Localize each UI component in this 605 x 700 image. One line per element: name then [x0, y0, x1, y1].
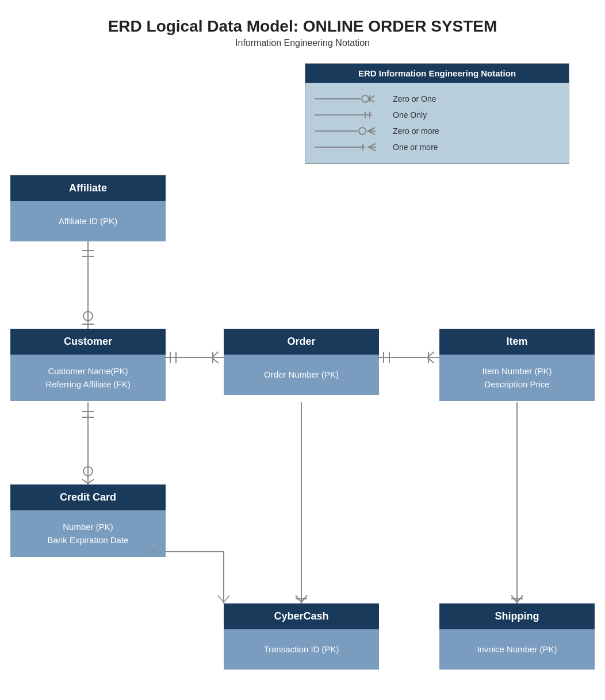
svg-point-21: [83, 311, 93, 321]
svg-line-39: [82, 479, 88, 483]
legend-line-zero-or-one: [315, 93, 384, 105]
legend-row-zero-or-one: Zero or One: [315, 93, 560, 105]
svg-line-42: [296, 595, 301, 602]
entity-shipping-header: Shipping: [439, 603, 595, 629]
entity-customer-header: Customer: [10, 329, 166, 355]
legend-line-zero-or-more: [315, 125, 384, 137]
entity-cybercash-body: Transaction ID (PK): [224, 629, 379, 670]
svg-point-38: [83, 467, 93, 476]
svg-line-32: [427, 352, 434, 357]
svg-line-3: [370, 95, 374, 99]
entity-item: Item Item Number (PK) Description Price: [439, 329, 595, 401]
entity-item-body: Item Number (PK) Description Price: [439, 355, 595, 401]
legend-line-one-or-more: [315, 141, 384, 153]
entity-credit-card-body: Number (PK) Bank Expiration Date: [10, 510, 166, 557]
svg-line-51: [218, 595, 224, 602]
legend-label-one-only: One Only: [393, 110, 427, 120]
legend-box: ERD Information Engineering Notation Zer…: [305, 63, 569, 164]
entity-shipping-body: Invoice Number (PK): [439, 629, 595, 670]
svg-line-52: [224, 595, 229, 602]
svg-line-26: [212, 352, 219, 357]
legend-label-zero-or-more: Zero or more: [393, 126, 439, 136]
legend-label-zero-or-one: Zero or One: [393, 94, 436, 103]
page-title-block: ERD Logical Data Model: ONLINE ORDER SYS…: [0, 0, 605, 48]
svg-line-27: [212, 357, 219, 363]
svg-point-9: [359, 128, 366, 134]
main-title: ERD Logical Data Model: ONLINE ORDER SYS…: [0, 17, 605, 36]
legend-body: Zero or One One Only: [305, 83, 569, 163]
svg-line-4: [370, 99, 374, 102]
entity-affiliate-header: Affiliate: [10, 175, 166, 201]
legend-row-zero-or-more: Zero or more: [315, 125, 560, 137]
legend-label-one-or-more: One or more: [393, 143, 438, 152]
entity-cybercash: CyberCash Transaction ID (PK): [224, 603, 379, 670]
svg-line-43: [301, 595, 307, 602]
svg-line-33: [427, 357, 434, 363]
svg-line-46: [511, 595, 517, 602]
entity-affiliate-body: Affiliate ID (PK): [10, 201, 166, 241]
sub-title: Information Engineering Notation: [0, 38, 605, 48]
legend-header: ERD Information Engineering Notation: [305, 64, 569, 83]
entity-customer: Customer Customer Name(PK) Referring Aff…: [10, 329, 166, 401]
entity-credit-card-header: Credit Card: [10, 484, 166, 510]
entity-cybercash-header: CyberCash: [224, 603, 379, 629]
entity-customer-body: Customer Name(PK) Referring Affiliate (F…: [10, 355, 166, 401]
legend-row-one-only: One Only: [315, 109, 560, 121]
entity-order-header: Order: [224, 329, 379, 355]
entity-credit-card: Credit Card Number (PK) Bank Expiration …: [10, 484, 166, 557]
entity-item-header: Item: [439, 329, 595, 355]
entity-affiliate: Affiliate Affiliate ID (PK): [10, 175, 166, 241]
entity-order: Order Order Number (PK): [224, 329, 379, 395]
svg-line-47: [517, 595, 523, 602]
svg-line-40: [88, 479, 94, 483]
entity-shipping: Shipping Invoice Number (PK): [439, 603, 595, 670]
legend-line-one-only: [315, 109, 384, 121]
entity-order-body: Order Number (PK): [224, 355, 379, 395]
svg-point-1: [362, 95, 369, 102]
legend-row-one-or-more: One or more: [315, 141, 560, 153]
